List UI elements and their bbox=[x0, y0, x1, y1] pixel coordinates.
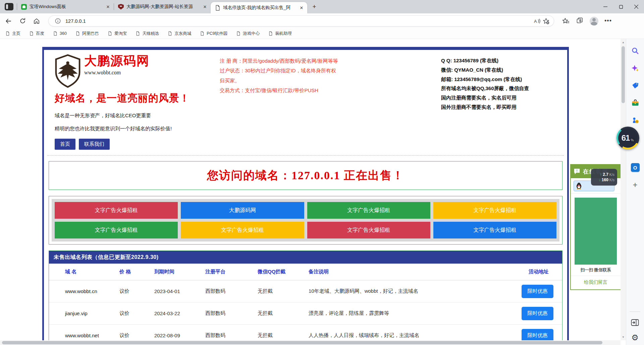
settings-gear-icon[interactable]: ⚙ bbox=[631, 333, 640, 342]
site-slogan: 好域名，是一道亮丽的风景！ bbox=[55, 91, 212, 105]
contact-line: 微信: QYMAO_CN (常在线) bbox=[441, 65, 558, 75]
wechat-qr-code bbox=[575, 198, 617, 265]
back-button[interactable] bbox=[3, 15, 14, 27]
domain-table-section: 未售出域名列表（信息已更新至2022.9.30) 域 名 价 格 到期时间 注册… bbox=[49, 251, 562, 345]
horizontal-scroll-thumb[interactable] bbox=[2, 341, 602, 344]
download-arrow-icon: ↓ bbox=[599, 178, 601, 182]
refresh-button[interactable] bbox=[17, 15, 28, 27]
window-minimize-button[interactable] bbox=[598, 0, 613, 13]
home-button[interactable] bbox=[31, 15, 42, 27]
site-info-icon[interactable] bbox=[53, 17, 62, 25]
tab-domain-parking-active[interactable]: 域名停放页-我的域名购买出售_阿 ✕ bbox=[211, 2, 307, 13]
limited-offer-button[interactable]: 限时优惠 bbox=[522, 307, 553, 320]
percent-sign: % bbox=[630, 138, 634, 142]
column-header: 到期时间 bbox=[154, 269, 205, 275]
new-tab-button[interactable]: + bbox=[309, 2, 319, 12]
copilot-icon[interactable] bbox=[631, 64, 640, 73]
vertical-scrollbar[interactable]: ▲ ▼ bbox=[621, 39, 626, 340]
bookmark-item[interactable]: 爱淘宝 bbox=[108, 31, 127, 37]
tab-bar: 宝塔Windows面板 ✕ 大鹏源码网-大鹏资源网-站长资源 ✕ 域名停放页-我… bbox=[0, 0, 644, 13]
shopping-tag-icon[interactable] bbox=[631, 81, 640, 90]
window-maximize-button[interactable] bbox=[613, 0, 629, 13]
bookmark-item[interactable]: 游戏中心 bbox=[236, 31, 260, 37]
toolbox-icon[interactable] bbox=[631, 98, 640, 108]
cell-domain: www.wobbt.cn bbox=[65, 288, 119, 294]
cell-domain: jianjue.vip bbox=[65, 310, 119, 316]
leave-message-link[interactable]: 给我们留言 bbox=[571, 276, 621, 289]
cell-price: 议价 bbox=[119, 288, 154, 294]
bookmark-item[interactable]: 主页 bbox=[5, 31, 20, 37]
bookmark-label: PC9软件园 bbox=[207, 31, 227, 37]
download-progress-widget[interactable]: 61 % bbox=[616, 127, 639, 149]
window-close-button[interactable] bbox=[629, 0, 644, 13]
tab-close-icon[interactable]: ✕ bbox=[202, 4, 208, 10]
cell-block: 无拦截 bbox=[258, 332, 309, 339]
bookmark-label: 京东商城 bbox=[174, 31, 191, 37]
add-sidebar-icon[interactable]: + bbox=[631, 180, 640, 189]
horizontal-scrollbar[interactable] bbox=[0, 340, 621, 345]
profile-avatar[interactable] bbox=[590, 17, 598, 25]
read-aloud-icon[interactable]: A bbox=[533, 17, 542, 25]
outlook-icon[interactable]: O bbox=[631, 163, 640, 172]
page-viewport: 大鹏源码网 www.wobbt.com 好域名，是一道亮丽的风景！ 域名是一种无… bbox=[0, 39, 626, 345]
bookmark-item[interactable]: 百度 bbox=[29, 31, 44, 37]
tab-dapeng-site[interactable]: 大鹏源码网-大鹏资源网-站长资源 ✕ bbox=[114, 0, 211, 13]
bookmark-label: 装机助理 bbox=[275, 31, 292, 37]
browser-menu-icon[interactable]: ••• bbox=[604, 17, 612, 25]
search-icon[interactable] bbox=[631, 46, 640, 55]
nav-contact-button[interactable]: 联系我们 bbox=[79, 139, 110, 150]
url-text[interactable]: 127.0.0.1 bbox=[65, 18, 533, 24]
bookmark-label: 游戏中心 bbox=[243, 31, 260, 37]
bookmark-item[interactable]: 装机助理 bbox=[268, 31, 292, 37]
bookmark-item[interactable]: 天猫精选 bbox=[136, 31, 159, 37]
ad-slot[interactable]: 文字广告火爆招租 bbox=[55, 222, 178, 238]
tab-close-icon[interactable]: ✕ bbox=[105, 4, 111, 10]
ad-slot[interactable]: 文字广告火爆招租 bbox=[433, 202, 556, 219]
site-favicon bbox=[118, 4, 124, 10]
address-bar[interactable]: 127.0.0.1 A bbox=[48, 15, 554, 26]
limited-offer-button[interactable]: 限时优惠 bbox=[522, 285, 553, 298]
bookmark-label: 百度 bbox=[36, 31, 44, 37]
qq-penguin-icon bbox=[576, 182, 582, 190]
ad-slot[interactable]: 文字广告火爆招租 bbox=[55, 202, 178, 219]
ad-slot[interactable]: 文字广告火爆招租 bbox=[433, 222, 556, 238]
ad-slot[interactable]: 文字广告火爆招租 bbox=[307, 222, 430, 238]
scroll-down-arrow[interactable]: ▼ bbox=[621, 334, 626, 340]
table-row: jianjue.vip 议价 2024-03-22 西部数码 无拦截 漂亮屋，评… bbox=[49, 302, 562, 325]
tab-close-icon[interactable]: ✕ bbox=[299, 5, 305, 11]
column-header: 活动地址 bbox=[529, 269, 549, 275]
column-header: 微信QQ拦截 bbox=[258, 269, 309, 275]
upload-arrow-icon: ↑ bbox=[600, 172, 602, 177]
page-header: 大鹏源码网 www.wobbt.com 好域名，是一道亮丽的风景！ 域名是一种无… bbox=[44, 50, 567, 154]
baota-favicon bbox=[21, 4, 27, 10]
register-line: 过户状态：30秒内过户到你指定ID，域名终身所有权归买家。 bbox=[220, 66, 340, 85]
cell-block: 无拦截 bbox=[258, 288, 309, 294]
contact-line: 国内注册商需要实名，实名后可用 bbox=[441, 93, 558, 102]
scroll-up-arrow[interactable]: ▲ bbox=[621, 40, 626, 45]
add-favorite-icon[interactable] bbox=[542, 17, 550, 25]
bookmark-item[interactable]: 360 bbox=[53, 31, 67, 36]
speed-unit: K/s bbox=[609, 172, 614, 177]
favorites-icon[interactable] bbox=[561, 17, 570, 25]
register-line: 注 册 商：阿里云/godaddy/西部数码/爱名网/新网等等 bbox=[220, 56, 340, 66]
tab-title: 宝塔Windows面板 bbox=[30, 4, 102, 10]
sidebar-toggle-icon[interactable] bbox=[631, 318, 640, 327]
ad-slot[interactable]: 大鹏源码网 bbox=[181, 202, 304, 219]
cell-price: 议价 bbox=[119, 332, 154, 339]
bookmark-item[interactable]: PC9软件园 bbox=[200, 31, 227, 37]
ad-slot[interactable]: 文字广告火爆招租 bbox=[307, 202, 430, 219]
collections-icon[interactable] bbox=[576, 17, 584, 25]
contact-info: Q Q: 123456789 (常在线) 微信: QYMAO_CN (常在线) … bbox=[441, 56, 558, 150]
vertical-scroll-thumb[interactable] bbox=[622, 46, 625, 103]
ad-slot[interactable]: 文字广告火爆招租 bbox=[181, 222, 304, 238]
tab-baota-panel[interactable]: 宝塔Windows面板 ✕ bbox=[17, 0, 114, 13]
tab-actions-icon[interactable] bbox=[5, 3, 13, 10]
cell-note: 人人热播，人人日报，绒瑞绒布，好记，主流域名 bbox=[309, 332, 512, 339]
bookmark-item[interactable]: 京东商城 bbox=[168, 31, 191, 37]
nav-home-button[interactable]: 首页 bbox=[55, 139, 75, 150]
chat-bubble-icon: ! bbox=[574, 168, 580, 175]
banner-text: 您访问的域名：127.0.0.1 正在出售！ bbox=[207, 168, 404, 183]
games-icon[interactable] bbox=[631, 116, 640, 125]
page-container: 大鹏源码网 www.wobbt.com 好域名，是一道亮丽的风景！ 域名是一种无… bbox=[42, 47, 569, 345]
bookmark-item[interactable]: 阿里巴巴 bbox=[75, 31, 99, 37]
